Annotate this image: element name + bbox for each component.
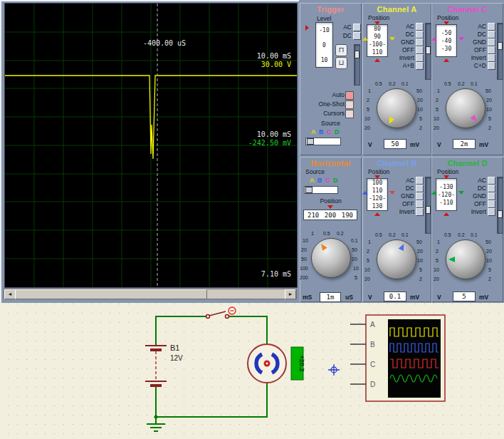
position-label: Position	[437, 168, 458, 175]
timebase-knob[interactable]	[311, 238, 351, 278]
invert-button[interactable]	[488, 208, 495, 216]
gnd-button[interactable]	[416, 192, 424, 200]
channel-a-title: Channel A	[362, 3, 431, 14]
dc-button[interactable]	[416, 185, 424, 192]
knob-scale-label: 0.5	[375, 232, 382, 237]
channel-d-panel: Channel D Position -130 -120- -110 AC DC…	[431, 157, 503, 302]
slider-thumb[interactable]	[426, 206, 431, 214]
sweep-time-readout: 7.10 mS	[261, 270, 291, 278]
knob-scale-label: 5	[488, 116, 491, 121]
knob-scale-label: 5	[355, 275, 357, 280]
channel-d-time-readout: 10.00 mS	[257, 130, 291, 138]
channel-b-gain-knob[interactable]	[377, 239, 416, 279]
oscilloscope-component[interactable]: A B C D	[350, 315, 445, 401]
dc-button[interactable]	[416, 31, 424, 38]
dc-label: DC	[478, 31, 486, 38]
channel-d-position-wheel[interactable]: -130 -120- -110	[436, 178, 457, 211]
auto-button[interactable]	[345, 91, 354, 100]
off-button[interactable]	[416, 46, 424, 54]
one-shot-button[interactable]	[345, 100, 354, 109]
off-label: OFF	[402, 200, 414, 207]
knob-scale-label: 10	[486, 258, 492, 263]
slider-thumb[interactable]	[426, 46, 431, 54]
switch-toggle-icon[interactable]	[229, 307, 236, 314]
falling-edge-button[interactable]: ⊔	[335, 57, 347, 69]
source-channel-c[interactable]: C	[325, 177, 330, 184]
slider-thumb[interactable]	[355, 51, 359, 58]
trigger-slider[interactable]	[354, 44, 360, 86]
knob-scale-label: 2	[367, 98, 369, 103]
scroll-left-button[interactable]: ◄	[4, 289, 16, 299]
invert-button[interactable]	[488, 54, 495, 62]
channel-d-value-readout: -242.50 mV	[248, 139, 291, 147]
channel-b-slider[interactable]	[425, 177, 431, 234]
source-channel-a[interactable]: A	[311, 128, 316, 135]
horizontal-position-display[interactable]: 210 200 190	[303, 210, 357, 220]
off-button[interactable]	[488, 46, 495, 54]
channel-c-slider[interactable]	[497, 23, 503, 80]
gnd-label: GND	[473, 38, 486, 46]
channel-a-position-wheel[interactable]: 80 90 -100- 110	[367, 24, 388, 57]
scrollbar-thumb[interactable]	[15, 289, 207, 299]
knob-scale-label: 5	[367, 258, 369, 263]
knob-scale-label: 2	[436, 249, 439, 254]
dc-button[interactable]	[353, 32, 361, 40]
horizontal-source-slider[interactable]	[304, 186, 338, 194]
source-channel-b[interactable]: B	[317, 177, 322, 184]
channel-a-dc-row: DC	[391, 31, 424, 38]
slider-thumb[interactable]	[498, 210, 503, 218]
ac-button[interactable]	[488, 177, 495, 185]
battery[interactable]: B1 12V	[145, 344, 183, 386]
channel-c-position-wheel[interactable]: -50 -40 -30	[436, 24, 457, 57]
schematic-canvas[interactable]: B1 12V +20.2 A B	[0, 303, 504, 439]
knob-scale-label: 2	[488, 125, 491, 130]
position-tick: 210	[308, 211, 319, 220]
wheel-tick: -10	[316, 23, 332, 38]
source-channel-d[interactable]: D	[335, 128, 340, 135]
knob-scale-label: 10	[364, 116, 370, 121]
knob-scale-label: 0.1	[351, 238, 358, 243]
invert-button[interactable]	[416, 208, 424, 216]
source-channel-a[interactable]: A	[310, 177, 315, 184]
scroll-right-button[interactable]: ►	[285, 289, 296, 299]
off-button[interactable]	[416, 200, 424, 208]
off-button[interactable]	[488, 200, 495, 208]
channel-b-position-wheel[interactable]: 100 110 -120- 130	[367, 178, 388, 211]
knob-scale-label: 10	[364, 267, 370, 272]
rising-edge-button[interactable]: ⊓	[335, 44, 347, 56]
ac-button[interactable]	[488, 23, 495, 31]
channel-d-gain-knob[interactable]	[446, 239, 485, 279]
dc-button[interactable]	[488, 185, 495, 192]
channel-a-gain-knob[interactable]	[377, 88, 416, 128]
trigger-level-wheel[interactable]: -10 0 10	[315, 22, 333, 68]
display-scrollbar[interactable]: ◄ ►	[4, 289, 297, 299]
c-plus-d-button[interactable]	[488, 62, 495, 70]
cursors-button[interactable]	[345, 110, 354, 118]
channel-d-slider[interactable]	[497, 177, 503, 234]
channel-d-gain-value: 5	[453, 291, 476, 301]
gnd-button[interactable]	[488, 38, 495, 46]
slider-thumb[interactable]	[305, 187, 313, 193]
ac-button[interactable]	[353, 24, 361, 31]
source-channel-c[interactable]: C	[327, 128, 332, 135]
invert-button[interactable]	[416, 54, 424, 62]
gnd-button[interactable]	[488, 192, 495, 200]
switch[interactable]	[206, 311, 229, 319]
slider-thumb[interactable]	[498, 42, 503, 50]
dc-button[interactable]	[488, 31, 495, 38]
source-label: Source	[300, 120, 362, 127]
ac-button[interactable]	[416, 177, 424, 185]
source-channel-b[interactable]: B	[319, 128, 324, 135]
knob-scale-label: 5	[436, 258, 439, 263]
ground-symbol	[147, 424, 165, 431]
source-channel-d[interactable]: D	[333, 177, 338, 184]
motor[interactable]	[248, 344, 286, 383]
channel-c-gain-knob[interactable]	[446, 88, 485, 128]
a-plus-b-button[interactable]	[416, 62, 424, 70]
slider-thumb[interactable]	[307, 138, 314, 145]
ac-button[interactable]	[416, 23, 424, 31]
trigger-source-slider[interactable]	[305, 138, 341, 145]
position-label: Position	[368, 168, 389, 175]
channel-a-slider[interactable]	[425, 23, 431, 80]
gnd-button[interactable]	[416, 38, 424, 46]
